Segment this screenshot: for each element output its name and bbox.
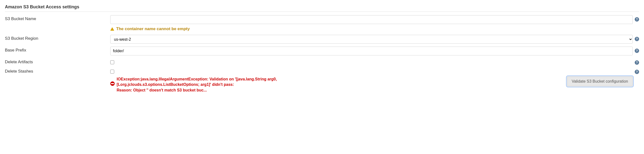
section-title: Amazon S3 Bucket Access settings [5,2,639,12]
error-text: IOException:java.lang.IllegalArgumentExc… [117,76,293,93]
input-base-prefix[interactable] [110,46,633,56]
help-icon[interactable]: ? [635,17,639,22]
divider [5,12,639,12]
checkbox-delete-stashes[interactable] [110,70,114,74]
label-delete-artifacts: Delete Artifacts [5,58,110,64]
warning-text: The container name cannot be empty [116,26,190,32]
help-icon[interactable]: ? [635,60,639,65]
warning-icon [110,27,114,31]
label-base-prefix: Base Prefix [5,46,110,53]
warning-bucket-name: The container name cannot be empty [5,26,639,33]
help-icon[interactable]: ? [635,70,639,74]
row-bucket-name: S3 Bucket Name ? [5,14,639,26]
checkbox-delete-artifacts[interactable] [110,60,114,64]
validate-button[interactable]: Validate S3 Bucket configuration [567,76,633,86]
row-delete-artifacts: Delete Artifacts ? [5,57,639,66]
row-base-prefix: Base Prefix ? [5,45,639,57]
help-icon[interactable]: ? [635,48,639,53]
label-bucket-name: S3 Bucket Name [5,15,110,21]
help-icon[interactable]: ? [635,37,639,41]
label-bucket-region: S3 Bucket Region [5,35,110,41]
error-icon [110,82,115,86]
select-bucket-region[interactable]: us-west-2 [110,35,633,44]
label-delete-stashes: Delete Stashes [5,68,110,74]
input-bucket-name[interactable] [110,15,633,24]
row-delete-stashes: Delete Stashes ? [5,66,639,76]
row-error-validate: IOException:java.lang.IllegalArgumentExc… [5,76,639,93]
row-bucket-region: S3 Bucket Region us-west-2 ? [5,33,639,45]
